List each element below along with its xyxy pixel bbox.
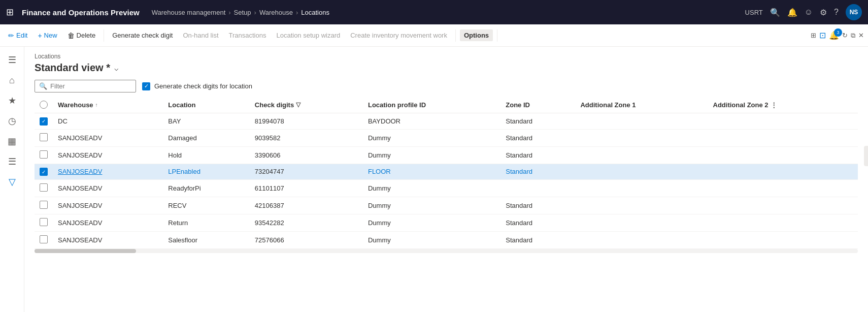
page-title-dropdown[interactable]: ⌵	[114, 64, 118, 72]
col-zone-id-label: Zone ID	[506, 101, 530, 109]
table-row[interactable]: SANJOSEADV Damaged 9039582 Dummy Standar…	[35, 129, 858, 146]
col-zone1-label: Additional Zone 1	[580, 101, 636, 109]
row-warehouse: SANJOSEADV	[53, 180, 163, 197]
row-zone2	[708, 214, 858, 232]
notification-badge[interactable]: 🔔 3	[829, 30, 839, 40]
check-digits-filter-icon[interactable]: ▽	[296, 101, 301, 108]
table-row[interactable]: SANJOSEADV ReadyforPi 61101107 Dummy	[35, 180, 858, 197]
app-grid-icon[interactable]: ⊞	[6, 7, 14, 18]
row-checkbox[interactable]	[40, 218, 48, 226]
breadcrumb-warehouse[interactable]: Warehouse management	[152, 9, 226, 16]
row-zone1	[575, 214, 708, 232]
row-zone-id: Standard	[500, 232, 575, 249]
scrollbar-thumb[interactable]	[35, 249, 136, 253]
col-additional-zone2: Additional Zone 2 ⋮	[708, 97, 858, 113]
bell-icon[interactable]: 🔔	[787, 8, 797, 17]
nav-right: USRT 🔍 🔔 ☺ ⚙ ? NS	[745, 4, 862, 20]
row-checkbox-cell	[35, 129, 53, 146]
col-zone2-label: Additional Zone 2	[713, 101, 769, 109]
warehouse-sort-icon[interactable]: ↑	[95, 102, 98, 108]
row-location-profile: Dummy	[363, 180, 500, 197]
row-zone2	[708, 180, 858, 197]
breadcrumb-warehouse2[interactable]: Warehouse	[259, 9, 293, 16]
sidebar-home[interactable]: ⌂	[3, 71, 21, 89]
table-header-row: Warehouse ↑ Location Check digits	[35, 97, 858, 113]
row-zone-id: Standard	[500, 113, 575, 130]
sep2: ›	[254, 9, 256, 16]
table-row[interactable]: DC BAY 81994078 BAYDOOR Standard	[35, 113, 858, 130]
question-icon[interactable]: ?	[834, 8, 839, 17]
row-checkbox[interactable]	[40, 235, 48, 243]
gear-icon[interactable]: ⚙	[820, 8, 827, 17]
check-digits-checkbox[interactable]	[142, 82, 150, 90]
row-check-digits: 73204747	[250, 164, 363, 180]
table-row[interactable]: SANJOSEADV Return 93542282 Dummy Standar…	[35, 214, 858, 232]
options-button[interactable]: Options	[460, 29, 493, 41]
top-navigation: ⊞ Finance and Operations Preview Warehou…	[0, 0, 868, 24]
on-hand-list-button[interactable]: On-hand list	[179, 29, 222, 41]
horizontal-scrollbar[interactable]	[35, 249, 858, 253]
right-resize-handle[interactable]	[864, 146, 868, 166]
toolbar-refresh-icon[interactable]: ↻	[842, 32, 848, 39]
row-location-profile: Dummy	[363, 197, 500, 214]
delete-button[interactable]: 🗑 Delete	[63, 29, 100, 42]
breadcrumb-locations: Locations	[301, 9, 329, 16]
filter-input-container[interactable]: 🔍	[35, 80, 136, 92]
scrollbar-area	[24, 249, 868, 257]
new-button[interactable]: + New	[34, 29, 61, 42]
col-more-icon[interactable]: ⋮	[771, 101, 777, 109]
row-zone2	[708, 113, 858, 130]
row-checkbox[interactable]	[40, 150, 48, 159]
row-checkbox-cell	[35, 197, 53, 214]
left-sidebar: ☰ ⌂ ★ ◷ ▦ ☰ ▽	[0, 47, 24, 312]
select-all-checkbox[interactable]	[40, 101, 48, 109]
search-icon[interactable]: 🔍	[770, 8, 780, 17]
generate-check-digit-button[interactable]: Generate check digit	[108, 29, 177, 41]
row-zone2	[708, 146, 858, 164]
create-inventory-movement-work-button[interactable]: Create inventory movement work	[346, 29, 451, 41]
smiley-icon[interactable]: ☺	[805, 8, 813, 17]
table-row[interactable]: SANJOSEADV LPEnabled 73204747 FLOOR Stan…	[35, 164, 858, 180]
plus-icon: +	[38, 32, 42, 40]
toolbar-window-icon[interactable]: ⧉	[851, 32, 855, 40]
row-checkbox[interactable]	[40, 201, 48, 209]
page-breadcrumb: Locations	[35, 53, 858, 60]
warehouse-link[interactable]: SANJOSEADV	[58, 168, 102, 175]
sidebar-hamburger[interactable]: ☰	[3, 51, 21, 69]
row-warehouse: SANJOSEADV	[53, 146, 163, 164]
toolbar-separator-2	[455, 29, 456, 42]
table-container: Warehouse ↑ Location Check digits	[24, 97, 868, 249]
sidebar-list[interactable]: ☰	[3, 152, 21, 171]
sidebar-favorites[interactable]: ★	[3, 91, 21, 110]
table-row[interactable]: SANJOSEADV Hold 3390606 Dummy Standard	[35, 146, 858, 164]
sidebar-recent[interactable]: ◷	[3, 112, 21, 130]
avatar[interactable]: NS	[846, 4, 862, 20]
toolbar-plugin-icon[interactable]: ⊡	[819, 30, 826, 40]
toolbar-bookmark-icon[interactable]: ⊞	[811, 32, 816, 39]
location-link[interactable]: LPEnabled	[168, 168, 201, 175]
row-checkbox[interactable]	[40, 183, 48, 192]
filter-input[interactable]	[50, 82, 131, 90]
row-zone1	[575, 164, 708, 180]
main-layout: ☰ ⌂ ★ ◷ ▦ ☰ ▽ Locations Standard view * …	[0, 47, 868, 312]
location-setup-wizard-button[interactable]: Location setup wizard	[272, 29, 344, 41]
col-location: Location	[163, 97, 250, 113]
table-row[interactable]: SANJOSEADV RECV 42106387 Dummy Standard	[35, 197, 858, 214]
breadcrumb-setup[interactable]: Setup	[234, 9, 251, 16]
toolbar-close-icon[interactable]: ✕	[858, 32, 864, 39]
row-checkbox[interactable]	[40, 168, 48, 176]
delete-icon: 🗑	[68, 32, 75, 40]
sep1: ›	[228, 9, 230, 16]
edit-button[interactable]: ✏ Edit	[4, 29, 31, 42]
row-location[interactable]: LPEnabled	[163, 164, 250, 180]
row-check-digits: 3390606	[250, 146, 363, 164]
row-zone1	[575, 197, 708, 214]
row-location-profile: Dummy	[363, 232, 500, 249]
table-row[interactable]: SANJOSEADV Salesfloor 72576066 Dummy Sta…	[35, 232, 858, 249]
edit-icon: ✏	[8, 32, 14, 40]
sidebar-workspace[interactable]: ▦	[3, 132, 21, 150]
row-checkbox[interactable]	[40, 133, 48, 141]
transactions-button[interactable]: Transactions	[225, 29, 271, 41]
sidebar-filter[interactable]: ▽	[3, 173, 21, 191]
row-checkbox[interactable]	[40, 117, 48, 126]
